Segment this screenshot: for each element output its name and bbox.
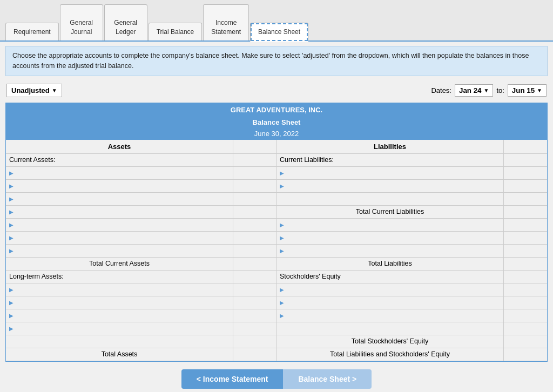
table-title: Balance Sheet [6,117,547,128]
total-liabilities-amount[interactable] [504,258,547,271]
cl-input-1[interactable]: ▶ [276,167,504,180]
total-assets-field[interactable] [237,350,273,358]
ca-amount-field-5[interactable] [237,221,273,228]
total-se-field[interactable] [507,337,544,345]
cl-amount-field-5[interactable] [507,221,544,228]
cl-input-5[interactable]: ▶ [276,219,504,232]
total-liab-field[interactable] [507,260,544,267]
ca-amount-1[interactable] [233,167,276,180]
ca-amount-field-4[interactable] [237,208,273,215]
cl-input-7[interactable]: ▶ [276,245,504,258]
ca-amount-5[interactable] [233,219,276,232]
cl-amount-field-6[interactable] [507,234,544,241]
cl-amount-1[interactable] [504,167,547,180]
lta-input-3[interactable]: ▶ [6,309,233,322]
ca-amount-7[interactable] [233,245,276,258]
ca-input-field-2[interactable] [16,182,230,190]
se-amount-2[interactable] [504,296,547,309]
total-assets-amount[interactable] [233,348,276,361]
lta-amount-field-1[interactable] [237,286,273,293]
ca-amount-field-3[interactable] [237,195,273,202]
lta-amount-2[interactable] [233,296,276,309]
lta-input-field-3[interactable] [16,312,230,319]
cl-amount-6[interactable] [504,232,547,245]
se-amount-field-3[interactable] [507,312,544,319]
ca-input-field-6[interactable] [16,234,230,241]
se-input-field-2[interactable] [286,299,500,306]
se-amount-1[interactable] [504,283,547,296]
adjustment-dropdown[interactable]: Unadjusted ▼ [6,84,62,97]
tab-requirement[interactable]: Requirement [5,23,59,41]
lta-input-1[interactable]: ▶ [6,283,233,296]
cl-input-2[interactable]: ▶ [276,180,504,193]
ca-input-5[interactable]: ▶ [6,219,233,232]
cl-amount-7[interactable] [504,245,547,258]
cl-input-field-7[interactable] [286,247,500,254]
ca-amount-field-6[interactable] [237,234,273,241]
ca-input-field-7[interactable] [16,247,230,254]
cl-input-field-2[interactable] [286,182,500,190]
tab-general-ledger[interactable]: GeneralLedger [104,4,147,40]
tab-general-journal[interactable]: GeneralJournal [60,4,103,40]
to-date-select[interactable]: Jun 15 ▼ [508,84,547,97]
total-current-liabilities-amount[interactable] [504,206,547,219]
total-cl-field[interactable] [507,208,544,215]
ca-input-2[interactable]: ▶ [6,180,233,193]
ca-input-field-5[interactable] [16,221,230,228]
ca-amount-field-2[interactable] [237,182,273,190]
ca-amount-3[interactable] [233,193,276,206]
ca-amount-2[interactable] [233,180,276,193]
ca-input-field-3[interactable] [16,195,230,202]
total-current-assets-amount[interactable] [233,258,276,271]
cl-amount-2[interactable] [504,180,547,193]
ca-amount-field-7[interactable] [237,247,273,254]
lta-input-field-4[interactable] [16,325,230,332]
se-amount-field-2[interactable] [507,299,544,306]
total-liab-equity-amount[interactable] [504,348,547,361]
tab-balance-sheet[interactable]: Balance Sheet [250,23,308,42]
total-ca-field[interactable] [237,260,273,267]
ca-input-1[interactable]: ▶ [6,167,233,180]
se-input-3[interactable]: ▶ [276,309,504,322]
total-liab-equity-field[interactable] [507,350,544,358]
tab-trial-balance[interactable]: Trial Balance [149,23,203,41]
lta-amount-field-4[interactable] [237,325,273,332]
cl-input-field-1[interactable] [286,169,500,177]
cl-amount-field-1[interactable] [507,169,544,177]
se-amount-field-1[interactable] [507,286,544,293]
lta-amount-3[interactable] [233,309,276,322]
se-input-1[interactable]: ▶ [276,283,504,296]
lta-amount-4[interactable] [233,322,276,335]
cl-input-6[interactable]: ▶ [276,232,504,245]
cl-amount-5[interactable] [504,219,547,232]
cl-amount-field-7[interactable] [507,247,544,254]
se-input-2[interactable]: ▶ [276,296,504,309]
from-date-select[interactable]: Jan 24 ▼ [455,84,493,97]
ca-input-field-4[interactable] [16,208,230,215]
ca-input-6[interactable]: ▶ [6,232,233,245]
se-input-field-3[interactable] [286,312,500,319]
prev-button[interactable]: < Income Statement [181,369,284,389]
se-input-field-1[interactable] [286,286,500,293]
ca-input-field-1[interactable] [16,169,230,177]
ca-amount-field-1[interactable] [237,169,273,177]
tab-income-statement[interactable]: IncomeStatement [203,4,249,40]
lta-input-2[interactable]: ▶ [6,296,233,309]
cl-input-field-6[interactable] [286,234,500,241]
ca-amount-4[interactable] [233,206,276,219]
next-button[interactable]: Balance Sheet > [283,369,372,389]
cl-amount-field-2[interactable] [507,182,544,190]
ca-input-7[interactable]: ▶ [6,245,233,258]
lta-amount-1[interactable] [233,283,276,296]
lta-input-field-1[interactable] [16,286,230,293]
ca-amount-6[interactable] [233,232,276,245]
cl-input-field-5[interactable] [286,221,500,228]
ca-input-3[interactable]: ▶ [6,193,233,206]
lta-input-4[interactable]: ▶ [6,322,233,335]
lta-input-field-2[interactable] [16,299,230,306]
lta-amount-field-2[interactable] [237,299,273,306]
se-amount-3[interactable] [504,309,547,322]
lta-amount-field-3[interactable] [237,312,273,319]
total-se-amount[interactable] [504,335,547,348]
ca-input-4[interactable]: ▶ [6,206,233,219]
